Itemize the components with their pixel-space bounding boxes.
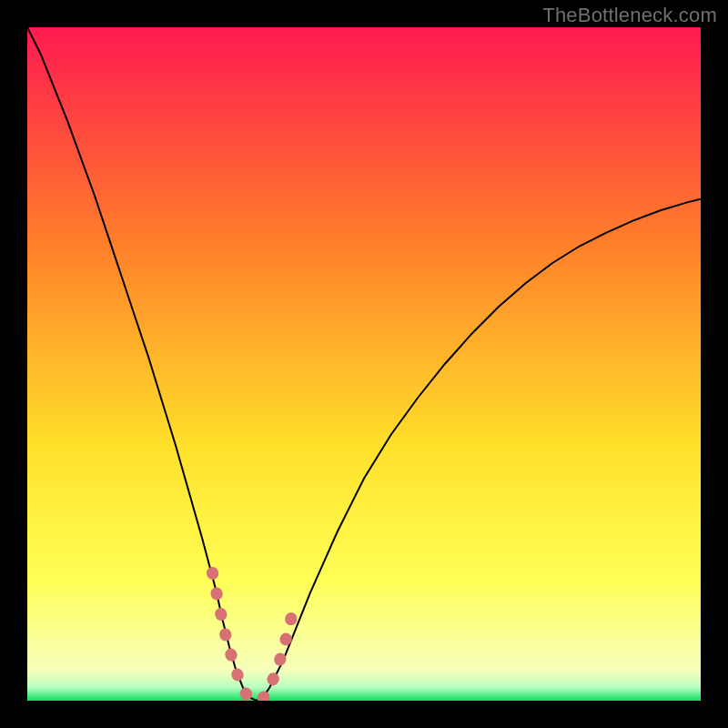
gradient-background bbox=[27, 27, 701, 701]
chart-frame: TheBottleneck.com bbox=[0, 0, 728, 728]
bottleneck-chart bbox=[27, 27, 701, 701]
watermark-text: TheBottleneck.com bbox=[542, 4, 717, 27]
